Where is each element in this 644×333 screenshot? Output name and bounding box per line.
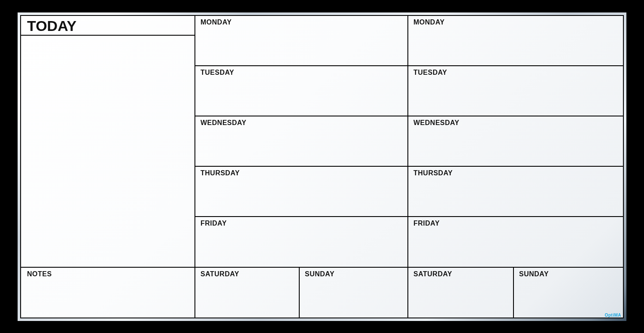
row-3 xyxy=(194,166,624,167)
today-header: TODAY xyxy=(27,18,76,34)
divider-col-1 xyxy=(194,15,195,318)
notes-header: NOTES xyxy=(27,270,52,278)
week2-thursday-label: THURSDAY xyxy=(413,169,453,177)
divider-col-2 xyxy=(407,15,408,318)
whiteboard-surface: TODAY NOTES MONDAY TUESDAY WEDNESDAY THU… xyxy=(20,15,624,318)
row-4 xyxy=(194,216,624,217)
week1-tuesday-label: TUESDAY xyxy=(200,69,234,76)
week1-saturday-label: SATURDAY xyxy=(200,270,239,278)
row-1 xyxy=(194,65,624,66)
row-5 xyxy=(194,267,624,268)
week1-thursday-label: THURSDAY xyxy=(200,169,240,177)
week1-wednesday-label: WEDNESDAY xyxy=(200,119,246,127)
week1-sunday-label: SUNDAY xyxy=(305,270,334,278)
row-2 xyxy=(194,116,624,116)
week2-sat-sun-divider xyxy=(513,267,514,318)
week2-wednesday-label: WEDNESDAY xyxy=(413,119,459,127)
week2-sunday-label: SUNDAY xyxy=(519,270,549,278)
week2-friday-label: FRIDAY xyxy=(413,220,440,227)
whiteboard-frame: TODAY NOTES MONDAY TUESDAY WEDNESDAY THU… xyxy=(18,12,626,321)
today-header-divider xyxy=(20,35,194,36)
week2-saturday-label: SATURDAY xyxy=(413,270,452,278)
week1-friday-label: FRIDAY xyxy=(200,220,227,227)
week1-sat-sun-divider xyxy=(299,267,300,318)
brand-mark: OptiMA xyxy=(605,313,621,318)
week2-tuesday-label: TUESDAY xyxy=(413,69,447,76)
week1-monday-label: MONDAY xyxy=(200,18,232,26)
week2-monday-label: MONDAY xyxy=(413,18,445,26)
notes-divider xyxy=(20,267,194,268)
